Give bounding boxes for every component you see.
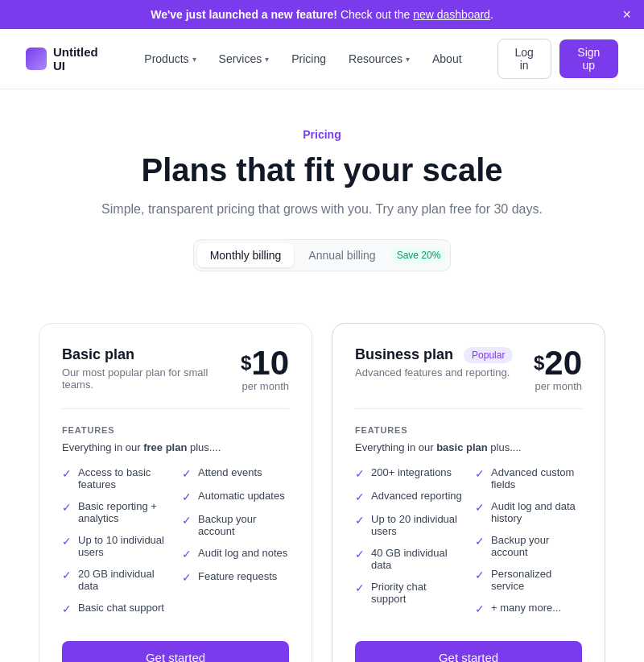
nav-item-pricing[interactable]: Pricing — [282, 48, 336, 70]
basic-features-cols: ✓Access to basic features ✓Basic reporti… — [62, 466, 289, 625]
check-icon: ✓ — [62, 569, 72, 581]
check-icon: ✓ — [62, 602, 72, 615]
business-features-cols: ✓200+ integrations ✓Advanced reporting ✓… — [355, 466, 582, 625]
pricing-subtitle: Simple, transparent pricing that grows w… — [16, 202, 628, 217]
list-item: ✓Access to basic features — [62, 466, 169, 490]
banner-link[interactable]: new dashboard — [413, 8, 490, 21]
business-plan-desc: Advanced features and reporting. — [355, 366, 513, 379]
business-price-period: per month — [534, 380, 582, 392]
check-icon: ✓ — [475, 535, 485, 548]
logo-icon — [26, 48, 47, 70]
basic-get-started-button[interactable]: Get started — [62, 641, 289, 662]
logo[interactable]: Untitled UI — [26, 45, 109, 72]
list-item: ✓Automatic updates — [182, 490, 289, 503]
check-icon: ✓ — [355, 490, 365, 503]
basic-plan-card: Basic plan Our most popular plan for sma… — [39, 323, 312, 662]
basic-features-tagline: Everything in our free plan plus.... — [62, 441, 289, 453]
list-item: ✓40 GB individual data — [355, 547, 462, 571]
business-price-dollar: $ — [534, 352, 544, 374]
list-item: ✓Up to 20 individual users — [355, 513, 462, 537]
basic-features-col1: ✓Access to basic features ✓Basic reporti… — [62, 466, 169, 625]
check-icon: ✓ — [355, 514, 365, 527]
business-features-tagline: Everything in our basic plan plus.... — [355, 441, 582, 453]
plans-grid: Basic plan Our most popular plan for sma… — [0, 297, 644, 662]
business-plan-name: Business plan Popular — [355, 346, 513, 363]
check-icon: ✓ — [475, 501, 485, 514]
basic-plan-desc: Our most popular plan for small teams. — [62, 366, 241, 391]
list-item: ✓Attend events — [182, 466, 289, 480]
basic-features-section: FEATURES Everything in our free plan plu… — [62, 408, 289, 625]
basic-features-col2: ✓Attend events ✓Automatic updates ✓Backu… — [182, 466, 289, 625]
check-icon: ✓ — [355, 467, 365, 480]
chevron-down-icon: ▾ — [192, 55, 196, 64]
list-item: ✓Advanced custom fields — [475, 466, 582, 490]
login-button[interactable]: Log in — [497, 39, 551, 79]
banner-text: We've just launched a new feature! Check… — [151, 8, 493, 21]
banner-close-button[interactable]: × — [622, 6, 631, 23]
pricing-title: Plans that fit your scale — [16, 151, 628, 189]
nav-item-products[interactable]: Products ▾ — [134, 48, 205, 70]
pricing-hero: Pricing Plans that fit your scale Simple… — [0, 89, 644, 297]
business-plan-card: Business plan Popular Advanced features … — [332, 323, 605, 662]
check-icon: ✓ — [475, 602, 485, 615]
list-item: ✓+ many more... — [475, 602, 582, 615]
check-icon: ✓ — [355, 548, 365, 561]
check-icon: ✓ — [62, 535, 72, 548]
list-item: ✓Backup your account — [475, 534, 582, 558]
basic-price-dollar: $ — [241, 352, 251, 374]
business-features-col1: ✓200+ integrations ✓Advanced reporting ✓… — [355, 466, 462, 625]
pricing-section-label: Pricing — [16, 128, 628, 141]
business-price-amount: 20 — [544, 344, 582, 382]
list-item: ✓Advanced reporting — [355, 490, 462, 503]
nav-links: Products ▾ Services ▾ Pricing Resources … — [134, 48, 471, 70]
business-features-col2: ✓Advanced custom fields ✓Audit log and d… — [475, 466, 582, 625]
list-item: ✓Backup your account — [182, 513, 289, 537]
check-icon: ✓ — [62, 467, 72, 480]
basic-features-label: FEATURES — [62, 425, 289, 435]
check-icon: ✓ — [475, 569, 485, 581]
check-icon: ✓ — [62, 501, 72, 514]
nav-item-about[interactable]: About — [423, 48, 472, 70]
basic-price-amount: 10 — [251, 344, 289, 382]
business-get-started-button[interactable]: Get started — [355, 641, 582, 662]
monthly-billing-button[interactable]: Monthly billing — [197, 243, 295, 267]
nav-actions: Log in Sign up — [497, 39, 618, 79]
check-icon: ✓ — [182, 548, 192, 561]
list-item: ✓Feature requests — [182, 570, 289, 584]
popular-badge: Popular — [464, 347, 513, 363]
announcement-banner: We've just launched a new feature! Check… — [0, 0, 644, 29]
signup-button[interactable]: Sign up — [559, 39, 618, 78]
basic-plan-price: $10 per month — [241, 346, 289, 392]
basic-price-period: per month — [241, 380, 289, 392]
billing-toggle: Monthly billing Annual billing Save 20% — [193, 239, 452, 271]
business-plan-price: $20 per month — [534, 346, 582, 392]
list-item: ✓Basic chat support — [62, 602, 169, 615]
list-item: ✓20 GB individual data — [62, 568, 169, 592]
chevron-down-icon: ▾ — [406, 55, 410, 64]
list-item: ✓Priority chat support — [355, 581, 462, 605]
list-item: ✓200+ integrations — [355, 466, 462, 480]
nav-item-resources[interactable]: Resources ▾ — [339, 48, 419, 70]
check-icon: ✓ — [475, 467, 485, 480]
list-item: ✓Audit log and notes — [182, 547, 289, 561]
check-icon: ✓ — [182, 571, 192, 584]
list-item: ✓Basic reporting + analytics — [62, 500, 169, 524]
business-plan-header: Business plan Popular Advanced features … — [355, 346, 582, 392]
logo-text: Untitled UI — [53, 45, 109, 72]
nav-item-services[interactable]: Services ▾ — [209, 48, 279, 70]
check-icon: ✓ — [355, 581, 365, 594]
check-icon: ✓ — [182, 467, 192, 480]
check-icon: ✓ — [182, 490, 192, 503]
basic-plan-header: Basic plan Our most popular plan for sma… — [62, 346, 289, 392]
navbar: Untitled UI Products ▾ Services ▾ Pricin… — [0, 29, 644, 89]
list-item: ✓Audit log and data history — [475, 500, 582, 524]
business-features-label: FEATURES — [355, 425, 582, 435]
list-item: ✓Up to 10 individual users — [62, 534, 169, 558]
list-item: ✓Personalized service — [475, 568, 582, 592]
save-badge: Save 20% — [390, 247, 448, 263]
chevron-down-icon: ▾ — [265, 55, 269, 64]
business-features-section: FEATURES Everything in our basic plan pl… — [355, 408, 582, 625]
annual-billing-button[interactable]: Annual billing — [295, 243, 388, 267]
check-icon: ✓ — [182, 514, 192, 527]
basic-plan-name: Basic plan — [62, 346, 241, 363]
